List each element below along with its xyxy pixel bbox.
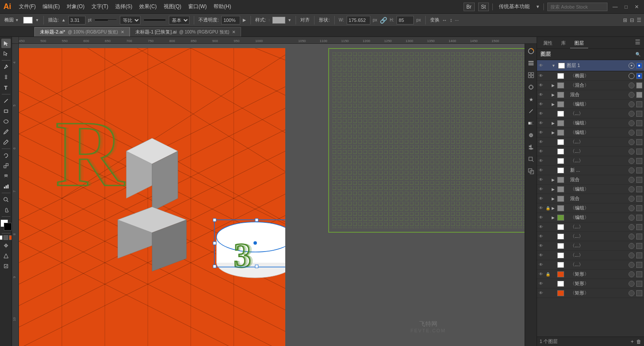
- layer-row-arrow[interactable]: ▶: [552, 187, 555, 191]
- fill-color-swatch[interactable]: [23, 17, 33, 24]
- layer-name[interactable]: 〈矩形〉: [570, 290, 627, 296]
- layer-eye-icon[interactable]: 👁: [539, 234, 545, 239]
- layer-vis-box[interactable]: [636, 101, 642, 107]
- layer-vis[interactable]: [629, 111, 635, 117]
- window-minimize-icon[interactable]: —: [611, 3, 620, 11]
- layer-row-ellipse[interactable]: 👁 ▶ 〈椭圆〉 ■: [537, 71, 644, 81]
- tool-type[interactable]: T: [1, 83, 11, 92]
- layer-vis-box[interactable]: [636, 167, 642, 173]
- layer-name[interactable]: 〈编组〉: [570, 214, 627, 221]
- layer-row-group2[interactable]: 👁 ▶ 〈编组〉: [537, 118, 644, 128]
- layer-vis-box[interactable]: [636, 271, 642, 277]
- tool-rect[interactable]: [1, 106, 11, 116]
- menu-text[interactable]: 文字(T): [89, 2, 111, 11]
- tab-1[interactable]: 未标题-1 [已恢复].ai @ 100% (RGB/GPU 预览) ✕: [130, 27, 241, 36]
- layer-eye-icon[interactable]: 👁: [539, 73, 545, 78]
- tool-direct-select[interactable]: [1, 49, 11, 58]
- layer-row-group5[interactable]: 👁 🔒 ▶ 〈编组〉: [537, 203, 644, 213]
- layer-vis[interactable]: [629, 271, 635, 277]
- strip-library-icon[interactable]: [526, 70, 536, 80]
- layer-row-group4[interactable]: 👁 ▶ 〈编组〉: [537, 185, 644, 194]
- layer-vis[interactable]: [629, 177, 635, 183]
- layer-eye-icon[interactable]: 👁: [539, 102, 545, 106]
- layer-vis-box[interactable]: [636, 158, 642, 164]
- layer-row-blend1[interactable]: 👁 ▶ 〈混合〉: [537, 81, 644, 90]
- tool-anchor[interactable]: [1, 73, 11, 82]
- layer-name[interactable]: 〈...〉: [570, 158, 627, 164]
- layer-eye-icon[interactable]: 👁: [539, 253, 545, 258]
- layer-vis-box[interactable]: [636, 149, 642, 155]
- tool-hand[interactable]: [1, 205, 11, 215]
- layer-vis[interactable]: [629, 281, 635, 287]
- tab-layers[interactable]: 图层: [570, 39, 588, 49]
- layer-row-arrow[interactable]: ▶: [552, 178, 555, 182]
- layer-vis[interactable]: [629, 205, 635, 211]
- layer-row-group1[interactable]: 👁 ▶ 〈编组〉: [537, 100, 644, 109]
- layer-eye-icon[interactable]: 👁: [539, 225, 545, 229]
- layer-row-rect1[interactable]: 👁 🔒 ▶ 〈矩形〉: [537, 270, 644, 279]
- bridge-btn[interactable]: Br: [464, 3, 475, 11]
- stroke-style-select[interactable]: 基本: [169, 16, 189, 24]
- layer-eye-icon[interactable]: 👁: [539, 130, 545, 135]
- transform-icon1[interactable]: ↔: [442, 17, 447, 23]
- layer-vis-box[interactable]: [636, 139, 642, 145]
- layer-vis-box[interactable]: ■: [636, 73, 642, 79]
- transform-label[interactable]: 变换: [430, 17, 440, 23]
- strip-appearance-icon[interactable]: [526, 131, 536, 140]
- background-swatch[interactable]: [4, 223, 12, 231]
- tool-graph[interactable]: [1, 182, 11, 191]
- layer-row-item1[interactable]: 👁 ▶ 〈...〉: [537, 109, 644, 118]
- layer-row-arrow[interactable]: ▶: [552, 215, 555, 220]
- menu-file[interactable]: 文件(F): [16, 2, 38, 11]
- gray-view-icon[interactable]: [3, 235, 8, 240]
- tab-0[interactable]: 未标题-2.ai* @ 100% (RGB/GPU 预览) ✕: [34, 27, 130, 36]
- more-options[interactable]: ···: [455, 18, 459, 23]
- layer-name[interactable]: 〈...〉: [570, 261, 627, 268]
- layer-vis[interactable]: [629, 262, 635, 268]
- layer-vis-box[interactable]: [636, 281, 642, 287]
- layer-row-rect2[interactable]: 👁 ▶ 〈矩形〉: [537, 279, 644, 288]
- layer-row-blend3[interactable]: 👁 ▶ 混合: [537, 175, 644, 185]
- layer-name[interactable]: 〈编组〉: [570, 129, 627, 136]
- menu-select[interactable]: 选择(S): [113, 2, 135, 11]
- layer-row-item9[interactable]: 👁 ▶ 〈...〉: [537, 260, 644, 270]
- strip-layers-icon[interactable]: [526, 58, 536, 68]
- layer-name[interactable]: 〈矩形〉: [570, 280, 627, 287]
- layer-vis-box[interactable]: [636, 224, 642, 230]
- layer-vis[interactable]: [629, 82, 635, 88]
- link-icon[interactable]: 🔗: [380, 17, 387, 24]
- layer-eye-icon[interactable]: 👁: [539, 140, 545, 144]
- tab-library[interactable]: 库: [557, 39, 570, 49]
- layer-name[interactable]: 〈编组〉: [570, 186, 627, 192]
- window-close-icon[interactable]: ✕: [633, 3, 641, 11]
- strip-color-icon[interactable]: [526, 46, 536, 56]
- stroke-value-input[interactable]: [68, 16, 85, 24]
- layer-row-item6[interactable]: 👁 ▶ 〈...〉: [537, 232, 644, 241]
- layer-vis[interactable]: [629, 196, 635, 202]
- layer-name[interactable]: 〈编组〉: [570, 120, 627, 126]
- layer-row-arrow[interactable]: ▶: [552, 83, 555, 88]
- layer-row-rect3[interactable]: 👁 ▶ 〈矩形〉: [537, 288, 644, 298]
- workspace-profile[interactable]: 传统基本功能: [496, 2, 532, 11]
- layer-vis-circle[interactable]: ●: [629, 63, 635, 69]
- layer-eye-icon[interactable]: 👁: [539, 272, 545, 276]
- tool-misc3[interactable]: [1, 261, 11, 271]
- layer-row-item8[interactable]: 👁 ▶ 〈...〉: [537, 251, 644, 260]
- layer-name[interactable]: 〈编组〉: [570, 101, 627, 107]
- menu-effect[interactable]: 效果(C): [137, 2, 159, 11]
- layer-name[interactable]: 〈编组〉: [570, 205, 627, 211]
- layer-vis[interactable]: [629, 158, 635, 164]
- canvas-area[interactable]: R R R R: [19, 44, 537, 346]
- layer-vis-box[interactable]: [636, 186, 642, 192]
- layer-name[interactable]: 〈...〉: [570, 139, 627, 145]
- layer-eye-icon[interactable]: 👁: [539, 206, 545, 210]
- layer-name[interactable]: 〈...〉: [570, 148, 627, 155]
- layer-name[interactable]: 新 ...: [570, 167, 627, 173]
- layer-row-item5[interactable]: 👁 ▶ 〈...〉: [537, 222, 644, 232]
- style-swatch[interactable]: [272, 17, 285, 24]
- layer-eye-icon[interactable]: 👁: [539, 111, 545, 116]
- align-right-icons[interactable]: ⊞: [623, 17, 627, 23]
- tool-pencil[interactable]: [1, 137, 11, 147]
- layer-row-arrow[interactable]: ▶: [552, 102, 555, 106]
- layer-vis-box[interactable]: [636, 205, 642, 211]
